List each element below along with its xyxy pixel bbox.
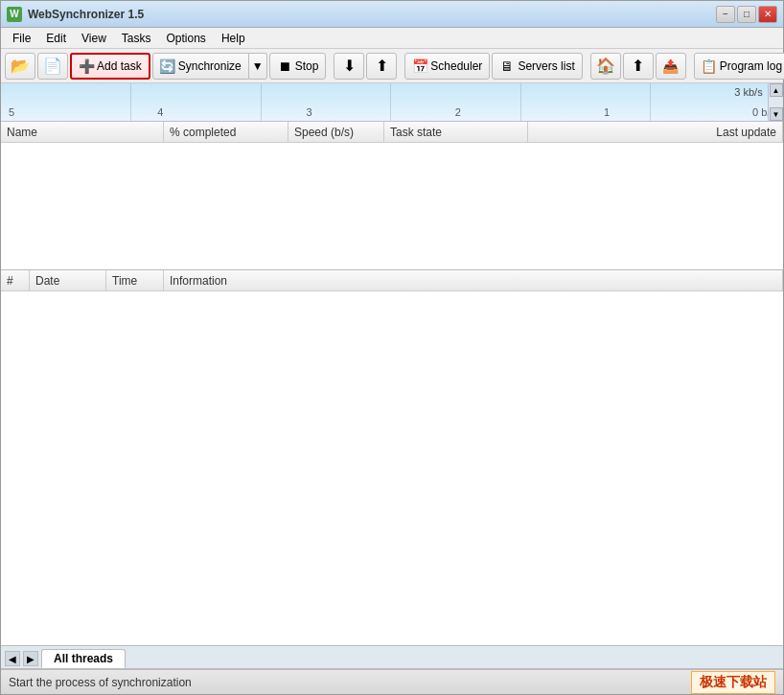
- scheduler-icon: 📅: [412, 58, 427, 74]
- speed-down-button[interactable]: ⬇: [334, 53, 364, 80]
- folder-open-icon: 📂: [12, 58, 28, 74]
- speed-value: 3 kb/s: [734, 86, 762, 98]
- window-title: WebSynchronizer 1.5: [28, 8, 144, 21]
- tab-prev-button[interactable]: ◀: [5, 651, 20, 666]
- add-task-icon: ➕: [79, 58, 94, 74]
- add-task-button[interactable]: ➕ Add task: [70, 53, 150, 80]
- menu-file[interactable]: File: [5, 28, 38, 48]
- log-col-time: Time: [106, 270, 164, 290]
- title-controls: − □ ✕: [716, 6, 777, 23]
- upload3-button[interactable]: 📤: [656, 53, 686, 80]
- menu-bar: File Edit View Tasks Options Help: [1, 28, 783, 49]
- upload2-button[interactable]: ⬆: [623, 53, 654, 80]
- col-last-update: Last update: [528, 122, 783, 142]
- synchronize-split: 🔄 Synchronize ▼: [152, 53, 267, 80]
- minimize-button[interactable]: −: [716, 6, 735, 23]
- task-table-header: Name % completed Speed (b/s) Task state …: [1, 122, 783, 143]
- col-completed: % completed: [164, 122, 288, 142]
- speed-up-button[interactable]: ⬆: [366, 53, 397, 80]
- log-col-num: #: [1, 270, 30, 290]
- synchronize-label: Synchronize: [178, 59, 242, 73]
- new-file-icon: 📄: [45, 58, 60, 74]
- upload3-icon: 📤: [663, 58, 679, 74]
- log-area: # Date Time Information: [1, 270, 783, 646]
- watermark: 极速下载站: [691, 671, 775, 694]
- program-log-icon: 📋: [702, 58, 717, 74]
- scheduler-label: Scheduler: [430, 59, 482, 73]
- graph-scrollbar: ▲ ▼: [768, 83, 783, 121]
- log-table-body: [1, 291, 783, 646]
- scale-5: 5: [9, 106, 14, 118]
- upload2-icon: ⬆: [631, 58, 646, 74]
- program-log-button[interactable]: 📋 Program log: [694, 53, 784, 80]
- speed-up-icon: ⬆: [374, 58, 389, 74]
- synchronize-dropdown-button[interactable]: ▼: [249, 53, 267, 80]
- menu-tasks[interactable]: Tasks: [114, 28, 159, 48]
- speed-graph: 3 kb/s A 5 4 3 2 1 0 b/s ▲ ▼: [1, 83, 783, 122]
- upload1-icon: 🏠: [598, 58, 613, 74]
- col-name: Name: [1, 122, 164, 142]
- speed-down-icon: ⬇: [341, 58, 357, 74]
- stop-label: Stop: [295, 59, 319, 73]
- tab-bar: ◀ ▶ All threads: [1, 646, 783, 669]
- scale-1: 1: [604, 106, 610, 118]
- scale-2: 2: [455, 106, 461, 118]
- speed-scale: 5 4 3 2 1 0 b/s: [1, 106, 783, 118]
- title-bar: W WebSynchronizer 1.5 − □ ✕: [1, 1, 783, 28]
- scale-3: 3: [306, 106, 311, 118]
- task-table: Name % completed Speed (b/s) Task state …: [1, 122, 783, 270]
- menu-view[interactable]: View: [74, 28, 114, 48]
- menu-edit[interactable]: Edit: [38, 28, 74, 48]
- main-window: W WebSynchronizer 1.5 − □ ✕ File Edit Vi…: [0, 0, 784, 695]
- log-table-header: # Date Time Information: [1, 270, 783, 291]
- col-state: Task state: [384, 122, 528, 142]
- title-bar-left: W WebSynchronizer 1.5: [7, 7, 144, 22]
- synchronize-button[interactable]: 🔄 Synchronize: [152, 53, 249, 80]
- log-col-date: Date: [30, 270, 106, 290]
- col-speed: Speed (b/s): [288, 122, 384, 142]
- scroll-up-button[interactable]: ▲: [770, 83, 783, 97]
- scroll-down-button[interactable]: ▼: [770, 107, 783, 121]
- status-bar: Start the process of synchronization 极速下…: [1, 669, 783, 694]
- toolbar: 📂 📄 ➕ Add task 🔄 Synchronize ▼ ⏹ Stop: [1, 49, 783, 83]
- menu-options[interactable]: Options: [159, 28, 214, 48]
- maximize-button[interactable]: □: [737, 6, 756, 23]
- tab-all-threads[interactable]: All threads: [41, 649, 126, 668]
- app-icon: W: [7, 7, 22, 22]
- add-task-label: Add task: [97, 59, 142, 73]
- menu-help[interactable]: Help: [214, 28, 253, 48]
- stop-button[interactable]: ⏹ Stop: [269, 53, 327, 80]
- new-button[interactable]: 📄: [37, 53, 68, 80]
- servers-list-label: Servers list: [518, 59, 574, 73]
- program-log-label: Program log: [720, 59, 782, 73]
- dropdown-arrow-icon: ▼: [252, 59, 264, 73]
- task-table-body: [1, 143, 783, 269]
- synchronize-icon: 🔄: [160, 58, 175, 74]
- stop-icon: ⏹: [277, 58, 292, 74]
- status-text: Start the process of synchronization: [9, 676, 192, 689]
- upload1-button[interactable]: 🏠: [590, 53, 621, 80]
- servers-list-button[interactable]: 🖥 Servers list: [492, 53, 582, 80]
- tab-next-button[interactable]: ▶: [23, 651, 38, 666]
- log-col-info: Information: [164, 270, 783, 290]
- servers-icon: 🖥: [499, 58, 515, 74]
- close-button[interactable]: ✕: [758, 6, 777, 23]
- scheduler-button[interactable]: 📅 Scheduler: [404, 53, 490, 80]
- scale-4: 4: [157, 106, 163, 118]
- open-button[interactable]: 📂: [5, 53, 35, 80]
